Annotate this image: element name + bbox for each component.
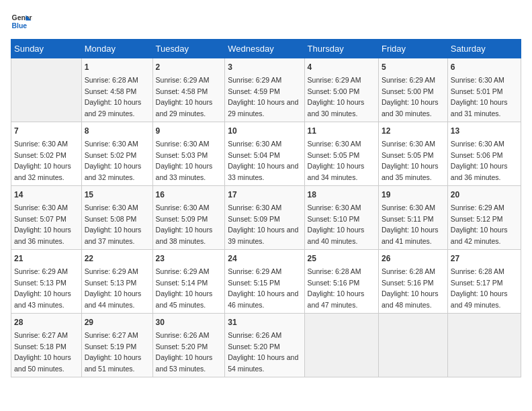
day-info: Sunrise: 6:28 AMSunset: 5:16 PMDaylight:… xyxy=(308,267,365,309)
day-number: 12 xyxy=(382,125,445,137)
day-info: Sunrise: 6:29 AMSunset: 5:13 PMDaylight:… xyxy=(85,267,142,309)
day-number: 21 xyxy=(14,253,79,265)
day-number: 14 xyxy=(14,189,79,201)
calendar-cell: 29 Sunrise: 6:27 AMSunset: 5:19 PMDaylig… xyxy=(81,314,152,377)
calendar-cell: 6 Sunrise: 6:30 AMSunset: 5:01 PMDayligh… xyxy=(447,58,521,122)
day-info: Sunrise: 6:28 AMSunset: 4:58 PMDaylight:… xyxy=(85,76,142,118)
day-number: 7 xyxy=(14,125,79,137)
day-info: Sunrise: 6:30 AMSunset: 5:08 PMDaylight:… xyxy=(85,203,142,245)
calendar-cell: 2 Sunrise: 6:29 AMSunset: 4:58 PMDayligh… xyxy=(152,58,225,122)
day-info: Sunrise: 6:30 AMSunset: 5:09 PMDaylight:… xyxy=(156,203,213,245)
day-info: Sunrise: 6:30 AMSunset: 5:06 PMDaylight:… xyxy=(451,140,508,181)
calendar-week-row: 1 Sunrise: 6:28 AMSunset: 4:58 PMDayligh… xyxy=(11,58,521,122)
calendar-cell: 20 Sunrise: 6:29 AMSunset: 5:12 PMDaylig… xyxy=(447,186,521,250)
day-number: 17 xyxy=(228,189,301,201)
calendar-week-row: 7 Sunrise: 6:30 AMSunset: 5:02 PMDayligh… xyxy=(11,122,521,186)
day-info: Sunrise: 6:29 AMSunset: 5:14 PMDaylight:… xyxy=(156,267,213,309)
calendar-cell: 5 Sunrise: 6:29 AMSunset: 5:00 PMDayligh… xyxy=(378,58,447,122)
day-info: Sunrise: 6:30 AMSunset: 5:01 PMDaylight:… xyxy=(451,76,508,118)
day-number: 16 xyxy=(156,189,222,201)
weekday-header-tuesday: Tuesday xyxy=(152,40,225,58)
day-info: Sunrise: 6:30 AMSunset: 5:05 PMDaylight:… xyxy=(308,140,365,181)
calendar-cell: 22 Sunrise: 6:29 AMSunset: 5:13 PMDaylig… xyxy=(81,250,152,314)
day-info: Sunrise: 6:28 AMSunset: 5:17 PMDaylight:… xyxy=(451,267,508,309)
calendar-cell: 9 Sunrise: 6:30 AMSunset: 5:03 PMDayligh… xyxy=(152,122,225,186)
day-info: Sunrise: 6:26 AMSunset: 5:20 PMDaylight:… xyxy=(228,331,298,373)
day-info: Sunrise: 6:27 AMSunset: 5:19 PMDaylight:… xyxy=(85,331,142,373)
calendar-cell: 27 Sunrise: 6:28 AMSunset: 5:17 PMDaylig… xyxy=(447,250,521,314)
calendar-cell xyxy=(11,58,82,122)
svg-text:General: General xyxy=(12,14,32,21)
day-number: 24 xyxy=(228,253,301,265)
day-number: 27 xyxy=(451,253,518,265)
day-info: Sunrise: 6:30 AMSunset: 5:05 PMDaylight:… xyxy=(382,140,439,181)
calendar-cell: 31 Sunrise: 6:26 AMSunset: 5:20 PMDaylig… xyxy=(225,314,304,377)
calendar-table: SundayMondayTuesdayWednesdayThursdayFrid… xyxy=(11,39,521,377)
calendar-cell: 19 Sunrise: 6:30 AMSunset: 5:11 PMDaylig… xyxy=(378,186,447,250)
day-number: 19 xyxy=(382,189,445,201)
logo-icon: General Blue xyxy=(11,11,32,32)
calendar-cell: 11 Sunrise: 6:30 AMSunset: 5:05 PMDaylig… xyxy=(304,122,378,186)
day-number: 20 xyxy=(451,189,518,201)
day-number: 5 xyxy=(382,61,445,73)
day-info: Sunrise: 6:30 AMSunset: 5:02 PMDaylight:… xyxy=(85,140,142,181)
day-number: 18 xyxy=(308,189,375,201)
day-info: Sunrise: 6:30 AMSunset: 5:07 PMDaylight:… xyxy=(14,203,71,245)
day-info: Sunrise: 6:30 AMSunset: 5:11 PMDaylight:… xyxy=(382,203,439,245)
day-info: Sunrise: 6:29 AMSunset: 4:58 PMDaylight:… xyxy=(156,76,213,118)
weekday-header-sunday: Sunday xyxy=(11,40,82,58)
calendar-week-row: 28 Sunrise: 6:27 AMSunset: 5:18 PMDaylig… xyxy=(11,314,521,377)
day-number: 3 xyxy=(228,61,301,73)
day-info: Sunrise: 6:29 AMSunset: 5:13 PMDaylight:… xyxy=(14,267,71,309)
day-number: 31 xyxy=(228,316,301,328)
calendar-cell: 15 Sunrise: 6:30 AMSunset: 5:08 PMDaylig… xyxy=(81,186,152,250)
day-number: 1 xyxy=(85,61,150,73)
calendar-cell: 4 Sunrise: 6:29 AMSunset: 5:00 PMDayligh… xyxy=(304,58,378,122)
calendar-cell: 26 Sunrise: 6:28 AMSunset: 5:16 PMDaylig… xyxy=(378,250,447,314)
day-number: 23 xyxy=(156,253,222,265)
day-number: 4 xyxy=(308,61,375,73)
calendar-cell: 12 Sunrise: 6:30 AMSunset: 5:05 PMDaylig… xyxy=(378,122,447,186)
calendar-cell: 18 Sunrise: 6:30 AMSunset: 5:10 PMDaylig… xyxy=(304,186,378,250)
calendar-cell xyxy=(304,314,378,377)
day-info: Sunrise: 6:30 AMSunset: 5:02 PMDaylight:… xyxy=(14,140,71,181)
day-info: Sunrise: 6:29 AMSunset: 5:15 PMDaylight:… xyxy=(228,267,298,309)
calendar-cell: 25 Sunrise: 6:28 AMSunset: 5:16 PMDaylig… xyxy=(304,250,378,314)
calendar-cell: 10 Sunrise: 6:30 AMSunset: 5:04 PMDaylig… xyxy=(225,122,304,186)
day-number: 8 xyxy=(85,125,150,137)
day-number: 22 xyxy=(85,253,150,265)
logo: General Blue xyxy=(11,11,32,32)
day-info: Sunrise: 6:29 AMSunset: 5:00 PMDaylight:… xyxy=(382,76,439,118)
day-number: 6 xyxy=(451,61,518,73)
calendar-week-row: 21 Sunrise: 6:29 AMSunset: 5:13 PMDaylig… xyxy=(11,250,521,314)
page-header: General Blue xyxy=(11,11,521,32)
day-number: 2 xyxy=(156,61,222,73)
weekday-header-monday: Monday xyxy=(81,40,152,58)
calendar-week-row: 14 Sunrise: 6:30 AMSunset: 5:07 PMDaylig… xyxy=(11,186,521,250)
svg-text:Blue: Blue xyxy=(12,22,28,30)
day-info: Sunrise: 6:29 AMSunset: 5:12 PMDaylight:… xyxy=(451,203,508,245)
calendar-cell: 28 Sunrise: 6:27 AMSunset: 5:18 PMDaylig… xyxy=(11,314,82,377)
day-number: 30 xyxy=(156,316,222,328)
day-info: Sunrise: 6:30 AMSunset: 5:04 PMDaylight:… xyxy=(228,140,298,181)
day-number: 13 xyxy=(451,125,518,137)
calendar-cell xyxy=(378,314,447,377)
day-number: 15 xyxy=(85,189,150,201)
calendar-cell: 13 Sunrise: 6:30 AMSunset: 5:06 PMDaylig… xyxy=(447,122,521,186)
day-info: Sunrise: 6:30 AMSunset: 5:09 PMDaylight:… xyxy=(228,203,298,245)
day-info: Sunrise: 6:28 AMSunset: 5:16 PMDaylight:… xyxy=(382,267,439,309)
day-number: 9 xyxy=(156,125,222,137)
calendar-cell: 3 Sunrise: 6:29 AMSunset: 4:59 PMDayligh… xyxy=(225,58,304,122)
calendar-cell xyxy=(447,314,521,377)
day-info: Sunrise: 6:30 AMSunset: 5:10 PMDaylight:… xyxy=(308,203,365,245)
day-info: Sunrise: 6:27 AMSunset: 5:18 PMDaylight:… xyxy=(14,331,71,373)
calendar-cell: 21 Sunrise: 6:29 AMSunset: 5:13 PMDaylig… xyxy=(11,250,82,314)
calendar-cell: 17 Sunrise: 6:30 AMSunset: 5:09 PMDaylig… xyxy=(225,186,304,250)
calendar-cell: 1 Sunrise: 6:28 AMSunset: 4:58 PMDayligh… xyxy=(81,58,152,122)
weekday-header-wednesday: Wednesday xyxy=(225,40,304,58)
day-info: Sunrise: 6:30 AMSunset: 5:03 PMDaylight:… xyxy=(156,140,213,181)
day-number: 10 xyxy=(228,125,301,137)
calendar-cell: 16 Sunrise: 6:30 AMSunset: 5:09 PMDaylig… xyxy=(152,186,225,250)
calendar-cell: 30 Sunrise: 6:26 AMSunset: 5:20 PMDaylig… xyxy=(152,314,225,377)
calendar-cell: 23 Sunrise: 6:29 AMSunset: 5:14 PMDaylig… xyxy=(152,250,225,314)
